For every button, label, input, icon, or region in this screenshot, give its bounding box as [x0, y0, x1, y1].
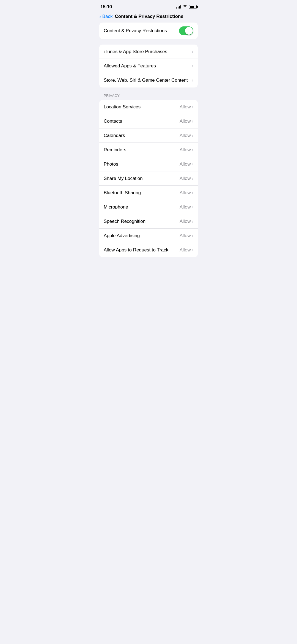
share-location-label: Share My Location	[104, 176, 180, 181]
allowed-apps-label: Allowed Apps & Features	[104, 63, 192, 69]
battery-level: 44	[191, 6, 194, 8]
share-location-value: Allow	[180, 176, 191, 181]
reminders-chevron-icon: ›	[192, 147, 193, 152]
store-web-row[interactable]: Store, Web, Siri & Game Center Content ›	[99, 73, 198, 87]
photos-chevron-icon: ›	[192, 162, 193, 167]
location-services-right: Allow ›	[180, 104, 193, 110]
status-icons: 44	[176, 5, 197, 9]
toggle-label: Content & Privacy Restrictions	[104, 28, 179, 34]
signal-icon	[176, 5, 181, 9]
bluetooth-value: Allow	[180, 190, 191, 196]
location-services-chevron-icon: ›	[192, 105, 193, 109]
photos-right: Allow ›	[180, 161, 193, 167]
battery-icon: 44	[189, 5, 197, 9]
allow-apps-track-label: Allow Apps to Request to Track	[104, 247, 180, 253]
apple-advertising-right: Allow ›	[180, 233, 193, 239]
calendars-row[interactable]: Calendars Allow ›	[99, 128, 198, 143]
location-services-row[interactable]: Location Services Allow ›	[99, 100, 198, 114]
bluetooth-chevron-icon: ›	[192, 190, 193, 195]
microphone-row[interactable]: Microphone Allow ›	[99, 200, 198, 214]
contacts-label: Contacts	[104, 119, 180, 124]
toggle-knob	[185, 27, 193, 35]
share-location-row[interactable]: Share My Location Allow ›	[99, 171, 198, 186]
calendars-chevron-icon: ›	[192, 133, 193, 138]
microphone-value: Allow	[180, 204, 191, 210]
allow-apps-track-row[interactable]: Allow Apps to Request to Track Allow ›	[99, 243, 198, 257]
speech-recognition-chevron-icon: ›	[192, 219, 193, 224]
back-button[interactable]: ‹ Back	[99, 14, 112, 19]
apple-advertising-value: Allow	[180, 233, 191, 239]
reminders-right: Allow ›	[180, 147, 193, 153]
reminders-row[interactable]: Reminders Allow ›	[99, 143, 198, 157]
allowed-apps-chevron-icon: ›	[192, 64, 193, 68]
toggle-card: Content & Privacy Restrictions	[99, 23, 198, 39]
contacts-value: Allow	[180, 119, 191, 124]
photos-value: Allow	[180, 161, 191, 167]
toggle-row: Content & Privacy Restrictions	[99, 23, 198, 39]
itunes-right: ›	[192, 49, 193, 54]
speech-recognition-right: Allow ›	[180, 219, 193, 224]
contacts-right: Allow ›	[180, 119, 193, 124]
microphone-right: Allow ›	[180, 204, 193, 210]
apple-advertising-chevron-icon: ›	[192, 233, 193, 238]
contacts-chevron-icon: ›	[192, 119, 193, 124]
privacy-card: Location Services Allow › Contacts Allow…	[99, 100, 198, 257]
bluetooth-right: Allow ›	[180, 190, 193, 196]
store-web-label: Store, Web, Siri & Game Center Content	[104, 78, 192, 83]
status-bar: 15:10 44	[95, 0, 202, 12]
allow-apps-track-right: Allow ›	[180, 247, 193, 253]
itunes-label: iTunes & App Store Purchases	[104, 49, 192, 54]
speech-recognition-row[interactable]: Speech Recognition Allow ›	[99, 214, 198, 229]
speech-recognition-label: Speech Recognition	[104, 219, 180, 224]
store-web-right: ›	[192, 78, 193, 83]
privacy-toggle[interactable]	[179, 26, 193, 35]
photos-row[interactable]: Photos Allow ›	[99, 157, 198, 171]
back-chevron-icon: ‹	[99, 14, 101, 19]
bluetooth-label: Bluetooth Sharing	[104, 190, 180, 196]
allow-apps-track-value: Allow	[180, 247, 191, 253]
share-location-chevron-icon: ›	[192, 176, 193, 181]
status-time: 15:10	[100, 4, 112, 10]
location-services-value: Allow	[180, 104, 191, 110]
itunes-row[interactable]: iTunes & App Store Purchases ›	[99, 45, 198, 59]
microphone-label: Microphone	[104, 204, 180, 210]
calendars-right: Allow ›	[180, 133, 193, 138]
speech-recognition-value: Allow	[180, 219, 191, 224]
allow-apps-track-chevron-icon: ›	[192, 248, 193, 253]
bluetooth-row[interactable]: Bluetooth Sharing Allow ›	[99, 186, 198, 200]
allowed-apps-row[interactable]: Allowed Apps & Features ›	[99, 59, 198, 73]
nav-bar: ‹ Back Content & Privacy Restrictions	[95, 12, 202, 23]
calendars-label: Calendars	[104, 133, 180, 138]
menu-card: iTunes & App Store Purchases › Allowed A…	[99, 45, 198, 87]
privacy-section-header: PRIVACY	[99, 92, 198, 100]
share-location-right: Allow ›	[180, 176, 193, 181]
reminders-label: Reminders	[104, 147, 180, 153]
location-services-label: Location Services	[104, 104, 180, 110]
store-web-chevron-icon: ›	[192, 78, 193, 83]
page-title: Content & Privacy Restrictions	[115, 14, 183, 19]
calendars-value: Allow	[180, 133, 191, 138]
apple-advertising-row[interactable]: Apple Advertising Allow ›	[99, 229, 198, 243]
main-content: Content & Privacy Restrictions iTunes & …	[95, 23, 202, 257]
back-label: Back	[102, 14, 113, 19]
contacts-row[interactable]: Contacts Allow ›	[99, 114, 198, 128]
wifi-icon	[183, 5, 187, 9]
itunes-chevron-icon: ›	[192, 49, 193, 54]
allowed-apps-right: ›	[192, 64, 193, 68]
microphone-chevron-icon: ›	[192, 205, 193, 210]
reminders-value: Allow	[180, 147, 191, 153]
photos-label: Photos	[104, 161, 180, 167]
apple-advertising-label: Apple Advertising	[104, 233, 180, 239]
